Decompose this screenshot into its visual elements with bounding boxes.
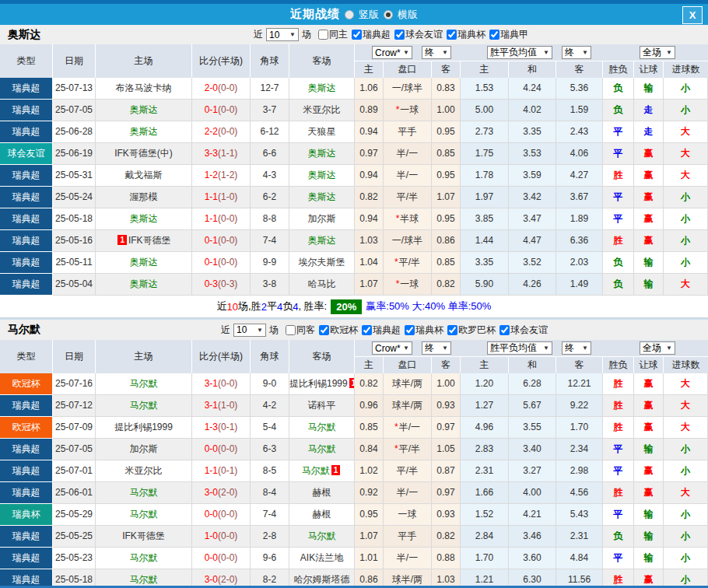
home-team-name[interactable]: 奥斯达 [130, 104, 158, 115]
home-team-name[interactable]: IFK哥德堡 [122, 530, 165, 541]
header-dropdown-2[interactable]: 胜平负均值▼ [487, 341, 552, 355]
away-team-name[interactable]: 赫根 [313, 487, 331, 498]
avg-home-odds: 1.20 [461, 373, 509, 395]
away-team-name[interactable]: 马尔默 [308, 530, 336, 541]
home-team-name[interactable]: 加尔斯 [130, 443, 158, 454]
league-filter-2-input[interactable] [405, 325, 415, 335]
away-team-name[interactable]: 赫根 [313, 509, 331, 520]
league-filter-1[interactable]: 瑞典超 [362, 324, 401, 337]
league-filter-3[interactable]: 瑞典甲 [489, 28, 528, 41]
home-team-name[interactable]: 马尔默 [130, 509, 158, 520]
home-team-name[interactable]: 布洛马波卡纳 [116, 82, 172, 93]
away-team-name[interactable]: 马尔默 [302, 465, 330, 476]
away-team-name[interactable]: 诺科平 [308, 400, 336, 411]
league-filter-0-input[interactable] [319, 325, 329, 335]
away-team-name[interactable]: AIK法兰地 [300, 552, 343, 563]
away-team-name[interactable]: 加尔斯 [308, 213, 336, 224]
header-dropdown-1[interactable]: 终▼ [422, 341, 451, 355]
league-filter-0[interactable]: 瑞典超 [352, 28, 391, 41]
league-filter-3-input[interactable] [489, 30, 499, 40]
header-dropdown-3[interactable]: 终▼ [562, 341, 591, 355]
away-team-name[interactable]: 提比利锡1999 [289, 378, 348, 389]
league-filter-0-input[interactable] [352, 30, 362, 40]
match-table: 瑞典超25-07-13布洛马波卡纳2-0(0-0)12-7奥斯达1.06一/球半… [0, 78, 708, 296]
league-filter-2[interactable]: 瑞典杯 [405, 324, 443, 337]
close-button[interactable]: X [682, 6, 703, 24]
away-team-name[interactable]: 米亚尔比 [303, 104, 341, 115]
radio-horizontal-label[interactable]: 横版 [398, 8, 418, 22]
home-team-name[interactable]: 马尔默 [130, 400, 158, 411]
home-team-name[interactable]: 渥那模 [130, 191, 158, 202]
league-filter-1[interactable]: 球会友谊 [394, 28, 443, 41]
header-dropdown-3[interactable]: 终▼ [562, 46, 591, 59]
dropdown-arrow-icon: ▼ [442, 345, 448, 352]
home-team-name[interactable]: 奥斯达 [130, 126, 158, 137]
same-venue-checkbox-input[interactable] [286, 325, 296, 335]
away-team-name[interactable]: 奥斯达 [308, 148, 336, 159]
league-filter-1-input[interactable] [362, 325, 372, 335]
header-dropdown-2[interactable]: 胜平负均值▼ [487, 46, 552, 59]
away-team-name[interactable]: 哈尔姆斯塔德 [294, 574, 350, 585]
same-venue-checkbox[interactable]: 同客 [286, 324, 315, 337]
radio-horizontal-layout[interactable] [384, 10, 393, 19]
league-filter-4[interactable]: 球会友谊 [499, 324, 548, 337]
away-team-name[interactable]: 奥斯达 [308, 191, 336, 202]
avg-home-odds: 1.70 [461, 548, 509, 569]
near-label: 近 [254, 28, 263, 41]
header-dropdown-0[interactable]: Crow*▼ [372, 341, 412, 355]
away-odds: 0.83 [432, 78, 461, 100]
league-filter-1-input[interactable] [394, 30, 405, 40]
subcol-header-0: 主 [355, 357, 384, 373]
away-team-name[interactable]: 马尔默 [308, 443, 336, 454]
home-team-name[interactable]: 戴戈福斯 [125, 170, 163, 180]
away-team-name[interactable]: 埃尔夫斯堡 [299, 257, 345, 268]
header-dropdown-4[interactable]: 全场▼ [640, 46, 675, 59]
home-odds: 0.94 [355, 208, 384, 230]
same-venue-checkbox[interactable]: 同主 [318, 28, 348, 41]
home-team-name[interactable]: 米亚尔比 [125, 465, 163, 476]
home-team-name[interactable]: 奥斯达 [130, 257, 158, 268]
league-filter-0-label: 瑞典超 [363, 28, 391, 41]
corner-count: 2-8 [251, 526, 289, 548]
home-team-name[interactable]: 马尔默 [130, 487, 158, 498]
home-team-name[interactable]: 马尔默 [130, 552, 158, 563]
handicap: 平手 [384, 526, 432, 548]
header-dropdown-1[interactable]: 终▼ [422, 46, 451, 59]
league-filter-2-input[interactable] [447, 30, 457, 40]
away-team-name[interactable]: 哈马比 [308, 278, 336, 289]
home-team-name[interactable]: 马尔默 [130, 378, 158, 389]
radio-vertical-layout[interactable] [345, 10, 354, 19]
radio-vertical-label[interactable]: 竖版 [359, 8, 379, 22]
handicap: *平/半 [384, 439, 432, 460]
league-filter-0[interactable]: 欧冠杯 [319, 324, 358, 337]
home-team-name[interactable]: 提比利锡1999 [114, 422, 173, 432]
header-dropdown-4[interactable]: 全场▼ [640, 341, 675, 355]
match-count-select[interactable]: 10▼ [266, 28, 299, 41]
home-team-name[interactable]: 奥斯达 [130, 213, 158, 224]
same-venue-checkbox-input[interactable] [318, 30, 328, 40]
away-team-name[interactable]: 奥斯达 [308, 170, 336, 180]
dropdown-arrow-icon: ▼ [666, 49, 672, 56]
avg-home-odds: 1.75 [461, 143, 509, 165]
match-count-select[interactable]: 10▼ [233, 324, 266, 337]
away-team-name[interactable]: 马尔默 [308, 422, 336, 432]
away-team-name[interactable]: 天狼星 [308, 126, 336, 137]
fulltime-score: 1-2 [205, 170, 218, 180]
away-odds: 0.82 [432, 526, 461, 548]
match-row: 瑞典超25-07-13布洛马波卡纳2-0(0-0)12-7奥斯达1.06一/球半… [0, 78, 708, 100]
league-filter-3-input[interactable] [447, 325, 457, 335]
header-dropdown-0[interactable]: Crow*▼ [372, 46, 412, 59]
match-date: 25-07-12 [53, 395, 96, 417]
home-team-name[interactable]: IFK哥德堡 [128, 235, 171, 246]
avg-home-odds: 4.96 [461, 417, 509, 439]
summary-segment: 10 [227, 301, 238, 313]
home-team-name[interactable]: 奥斯达 [130, 278, 158, 289]
avg-away-odds: 2.31 [556, 526, 603, 548]
away-team-name[interactable]: 奥斯达 [308, 235, 336, 246]
league-filter-2[interactable]: 瑞典杯 [447, 28, 485, 41]
league-filter-3[interactable]: 欧罗巴杯 [447, 324, 496, 337]
home-team-name[interactable]: 马尔默 [130, 574, 158, 585]
league-filter-4-input[interactable] [499, 325, 510, 335]
home-team-name[interactable]: IFK哥德堡(中) [114, 148, 173, 159]
away-team-name[interactable]: 奥斯达 [308, 82, 336, 93]
